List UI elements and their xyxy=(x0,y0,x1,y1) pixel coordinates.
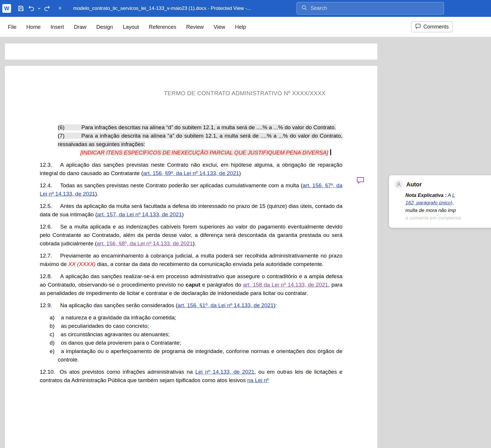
tab-references[interactable]: References xyxy=(144,17,181,37)
paragraph-number: 12.5. xyxy=(40,203,52,209)
comment-hyperlink[interactable]: L xyxy=(452,192,455,198)
paragraph-12-10: 12.10.Os atos previstos como infrações a… xyxy=(40,368,342,384)
placeholder-days-value: XX (XXXX) xyxy=(68,261,95,267)
hyperlink-art-156-8[interactable]: art. 156, §8º, da Lei nº 14.133, de 2021 xyxy=(97,240,193,247)
undo-icon[interactable] xyxy=(26,3,37,14)
save-icon[interactable] xyxy=(16,3,26,14)
list-marker: a) xyxy=(50,314,55,321)
comment-line-1: Nota Explicativa : A L xyxy=(405,192,491,199)
paragraph-number: (6) xyxy=(58,124,64,130)
paragraph-text: Para a infração descrita na alínea “a” d… xyxy=(58,133,342,147)
document-page: TERMO DE CONTRATO ADMINISTRATIVO Nº XXXX… xyxy=(5,66,377,448)
hyperlink-lei-14133[interactable]: Lei nº 14.133, de 2021 xyxy=(195,369,254,375)
tab-file[interactable]: File xyxy=(3,17,21,37)
list-item-b: b)as peculiaridades do caso concreto; xyxy=(40,322,342,330)
paragraph-number: 12.8. xyxy=(40,273,52,279)
paragraph-number: 12.4. xyxy=(40,182,52,188)
comment-line-4: a converta em compensa xyxy=(405,214,491,222)
paragraph-number: 12.7. xyxy=(40,253,52,259)
word-app-icon[interactable]: W xyxy=(2,4,11,13)
previous-page-bottom xyxy=(5,44,377,60)
paragraph-number: 12.6. xyxy=(40,224,52,230)
paragraph-12-4: 12.4.Todas as sanções previstas neste Co… xyxy=(40,181,342,198)
paragraph-12-5: 12.5.Antes da aplicação da multa será fa… xyxy=(40,202,342,219)
hyperlink-art-156-9[interactable]: art. 156, §9º, da Lei nº 14.133, de 2021 xyxy=(143,170,239,176)
list-item-a: a)a natureza e a gravidade da infração c… xyxy=(40,313,342,322)
hyperlink-art-157[interactable]: art. 157, da Lei nº 14.133, de 2021 xyxy=(97,211,182,217)
list-item-e: e)a implantação ou o aperfeiçoamento de … xyxy=(40,347,342,364)
comment-marker-icon[interactable] xyxy=(356,177,364,184)
comment-body: Nota Explicativa : A L 162, parágrafo ún… xyxy=(405,192,491,222)
paragraph-12-6: 12.6.Se a multa aplicada e as indenizaçõ… xyxy=(40,222,342,248)
paragraph-6: (6)Para infrações descritas na alínea “d… xyxy=(40,123,342,132)
tab-insert[interactable]: Insert xyxy=(46,17,69,37)
paragraph-7: (7)Para a infração descrita na alínea “a… xyxy=(40,132,342,148)
search-icon xyxy=(302,5,307,12)
paragraph-number: 12.9. xyxy=(40,302,52,308)
tab-home[interactable]: Home xyxy=(21,17,46,37)
placeholder-note-text: [INDICAR ITENS ESPECÍFICOS DE INEXECUÇÃO… xyxy=(80,150,328,156)
undo-dropdown-icon[interactable] xyxy=(37,3,42,14)
ribbon: File Home Insert Draw Design Layout Refe… xyxy=(0,17,491,37)
placeholder-note: [INDICAR ITENS ESPECÍFICOS DE INEXECUÇÃO… xyxy=(40,148,342,157)
document-title: modelo_contrato_tic_servicos_lei_14-133_… xyxy=(73,6,251,11)
document-heading: TERMO DE CONTRATO ADMINISTRATIVO Nº XXXX… xyxy=(147,89,342,98)
hyperlink-art-158[interactable]: art. 158 da Lei nº 14.133, de 2021 xyxy=(243,282,328,288)
paragraph-12-3: 12.3.A aplicação das sanções previstas n… xyxy=(40,161,342,177)
paragraph-number: 12.10. xyxy=(40,369,55,375)
author-avatar xyxy=(394,180,403,189)
comments-label: Comments xyxy=(423,24,449,30)
comment-line-2: 162, parágrafo único), xyxy=(405,199,491,207)
comments-button[interactable]: Comments xyxy=(411,21,453,32)
hyperlink-na-lei[interactable]: na Lei nº xyxy=(247,377,269,383)
list-marker: d) xyxy=(50,340,55,346)
lettered-list: a)a natureza e a gravidade da infração c… xyxy=(40,313,342,364)
document-canvas: TERMO DE CONTRATO ADMINISTRATIVO Nº XXXX… xyxy=(0,37,491,448)
list-item-d: d)os danos que dela provierem para o Con… xyxy=(40,339,342,347)
tab-design[interactable]: Design xyxy=(91,17,118,37)
titlebar: W modelo_contrato_tic_servicos_lei_14-13… xyxy=(0,0,491,17)
tab-layout[interactable]: Layout xyxy=(118,17,144,37)
paragraph-12-9: 12.9.Na aplicação das sanções serão cons… xyxy=(40,301,342,310)
search-placeholder: Search xyxy=(311,5,327,11)
paragraph-12-7: 12.7.Previamente ao encaminhamento à cob… xyxy=(40,251,342,268)
paragraph-number: (7) xyxy=(58,133,64,139)
comment-header: Autor xyxy=(394,180,491,189)
text-cursor xyxy=(330,149,331,155)
comment-hyperlink[interactable]: 162, parágrafo único), xyxy=(405,200,454,206)
paragraph-12-8: 12.8.A aplicação das sanções realizar-se… xyxy=(40,272,342,297)
author-name: Autor xyxy=(406,181,422,188)
paragraph-number: 12.3. xyxy=(40,162,52,168)
paragraph-text: Para infrações descritas na alínea “d” d… xyxy=(81,124,336,130)
hyperlink-art-156-1[interactable]: art. 156, §1º, da Lei nº 14.133, de 2021 xyxy=(178,302,274,308)
list-item-c: c)as circunstâncias agravantes ou atenua… xyxy=(40,330,342,339)
comments-icon xyxy=(415,24,421,30)
tab-help[interactable]: Help xyxy=(230,17,251,37)
list-marker: e) xyxy=(50,348,55,354)
search-input[interactable]: Search xyxy=(297,2,444,15)
tab-review[interactable]: Review xyxy=(181,17,209,37)
tab-draw[interactable]: Draw xyxy=(69,17,91,37)
list-marker: b) xyxy=(50,323,55,329)
list-marker: c) xyxy=(50,331,54,337)
tab-view[interactable]: View xyxy=(209,17,230,37)
quick-access-toolbar-chevron-icon[interactable] xyxy=(57,3,63,14)
comment-card[interactable]: Autor Nota Explicativa : A L 162, parágr… xyxy=(389,175,491,228)
comment-line-3: multa de mora não imp xyxy=(405,207,491,214)
redo-icon[interactable] xyxy=(42,3,52,14)
